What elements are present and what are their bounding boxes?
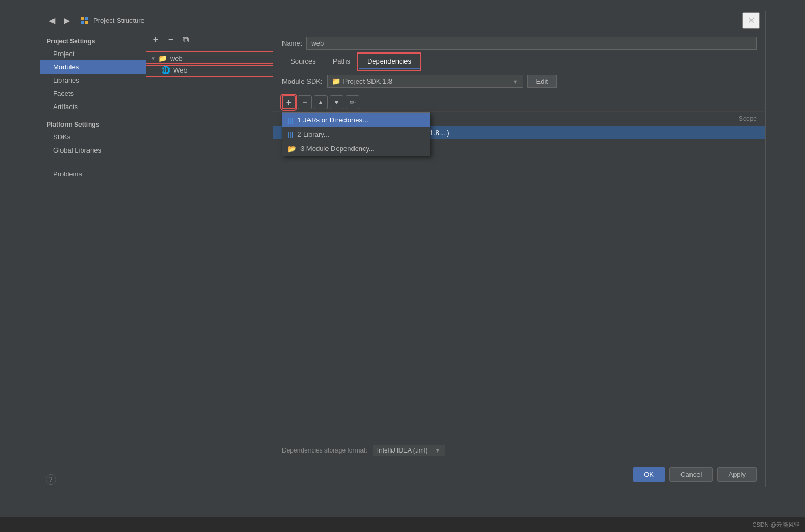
module-tree-toolbar: + − ⧉ — [146, 30, 273, 49]
project-structure-dialog: ◀ ▶ Project Structure ✕ Project Settings… — [40, 11, 766, 487]
dropdown-item-library-label: 2 Library... — [297, 130, 329, 138]
dialog-footer: OK Cancel Apply — [40, 462, 765, 487]
tree-item-web[interactable]: ▼ 📁 web — [146, 52, 273, 64]
jar-icon: ||| — [288, 116, 293, 124]
tree-item-label: web — [170, 55, 183, 63]
sidebar: Project Settings Project Modules Librari… — [40, 30, 146, 462]
bottom-section: Dependencies storage format: IntelliJ ID… — [273, 439, 765, 462]
folder-icon: 📁 — [158, 54, 167, 63]
tree-item-web-sub[interactable]: 🌐 Web — [146, 64, 273, 76]
sidebar-item-project[interactable]: Project — [40, 47, 146, 60]
deps-edit-button[interactable]: ✏ — [346, 95, 359, 109]
tab-sources[interactable]: Sources — [282, 54, 324, 69]
sdk-icon: 📁 — [332, 77, 340, 85]
name-label: Name: — [282, 39, 302, 47]
tree-content: ▼ 📁 web 🌐 Web — [146, 49, 273, 462]
tabs-row: Sources Paths Dependencies — [273, 54, 765, 69]
dropdown-item-module-dep[interactable]: 📂 3 Module Dependency... — [282, 141, 430, 156]
sidebar-item-modules[interactable]: Modules — [40, 60, 146, 74]
cancel-button[interactable]: Cancel — [669, 467, 713, 482]
library-icon: ||| — [288, 130, 293, 138]
storage-dropdown-arrow-icon: ▼ — [435, 447, 440, 454]
add-module-button[interactable]: + — [149, 33, 162, 46]
dialog-title: Project Structure — [93, 16, 742, 24]
sdk-value: Project SDK 1.8 — [343, 77, 509, 85]
tree-arrow-icon: ▼ — [151, 56, 156, 61]
title-bar: ◀ ▶ Project Structure ✕ — [40, 11, 765, 30]
taskbar-text: CSDN @云淡风轻 — [753, 521, 800, 529]
main-content: Name: Sources Paths Dependencies Module … — [273, 30, 765, 462]
sdk-label: Module SDK: — [282, 77, 323, 85]
sdk-row: Module SDK: 📁 Project SDK 1.8 ▼ Edit — [273, 69, 765, 93]
svg-rect-3 — [85, 21, 88, 24]
copy-module-button[interactable]: ⧉ — [179, 33, 192, 46]
sidebar-item-facets[interactable]: Facets — [40, 87, 146, 100]
dropdown-item-module-dep-label: 3 Module Dependency... — [300, 145, 375, 153]
sdk-dropdown[interactable]: 📁 Project SDK 1.8 ▼ — [327, 75, 523, 88]
forward-icon: ▶ — [64, 15, 70, 25]
svg-rect-2 — [81, 21, 84, 24]
dropdown-item-library[interactable]: ||| 2 Library... — [282, 127, 430, 141]
tab-dependencies[interactable]: Dependencies — [359, 54, 420, 69]
sidebar-item-sdks[interactable]: SDKs — [40, 130, 146, 144]
help-button[interactable]: ? — [46, 474, 56, 485]
sidebar-item-global-libraries[interactable]: Global Libraries — [40, 144, 146, 157]
project-settings-title: Project Settings — [40, 34, 146, 47]
storage-format-dropdown[interactable]: IntelliJ IDEA (.iml) ▼ — [373, 445, 446, 456]
module-tree: + − ⧉ ▼ 📁 web 🌐 Web — [146, 30, 273, 462]
name-row: Name: — [273, 30, 765, 54]
module-dep-icon: 📂 — [288, 145, 296, 153]
dropdown-item-jars-label: 1 JARs or Directories... — [297, 116, 368, 124]
deps-toolbar: + − ▲ ▼ ✏ — [273, 93, 765, 112]
back-icon: ◀ — [49, 15, 55, 25]
tree-subitem-label: Web — [173, 66, 188, 74]
apply-button[interactable]: Apply — [717, 467, 757, 482]
sidebar-item-problems[interactable]: Problems — [40, 167, 146, 181]
name-input[interactable] — [306, 37, 757, 50]
platform-settings-title: Platform Settings — [40, 118, 146, 130]
web-icon: 🌐 — [161, 66, 170, 74]
storage-format-value: IntelliJ IDEA (.iml) — [377, 447, 428, 454]
sidebar-divider — [40, 113, 146, 118]
svg-rect-1 — [85, 17, 88, 20]
deps-down-button[interactable]: ▼ — [330, 95, 343, 109]
back-button[interactable]: ◀ — [46, 14, 58, 27]
remove-module-button[interactable]: − — [164, 33, 177, 46]
dropdown-popup: ||| 1 JARs or Directories... ||| 2 Libra… — [282, 112, 430, 156]
dropdown-item-jars[interactable]: ||| 1 JARs or Directories... — [282, 113, 430, 127]
dialog-body: Project Settings Project Modules Librari… — [40, 30, 765, 462]
forward-button[interactable]: ▶ — [60, 14, 73, 27]
deps-remove-button[interactable]: − — [298, 95, 312, 109]
deps-list: ☰ < Module source> (Language Level: Vers… — [273, 126, 765, 439]
deps-up-button[interactable]: ▲ — [314, 95, 328, 109]
dialog-icon — [79, 16, 89, 25]
sidebar-item-libraries[interactable]: Libraries — [40, 74, 146, 87]
svg-rect-0 — [81, 17, 84, 20]
sdk-dropdown-arrow-icon: ▼ — [512, 78, 518, 85]
sidebar-divider2 — [40, 157, 146, 167]
close-button[interactable]: ✕ — [742, 12, 760, 29]
deps-column-scope: Scope — [693, 115, 757, 122]
storage-format-label: Dependencies storage format: — [282, 447, 367, 454]
taskbar: CSDN @云淡风轻 — [0, 517, 805, 532]
dependencies-area: + − ▲ ▼ ✏ ||| 1 JARs or Directories... |… — [273, 93, 765, 462]
sdk-edit-button[interactable]: Edit — [527, 75, 557, 88]
sidebar-item-artifacts[interactable]: Artifacts — [40, 100, 146, 113]
tab-paths[interactable]: Paths — [324, 54, 359, 69]
deps-add-button[interactable]: + — [282, 95, 296, 109]
ok-button[interactable]: OK — [633, 467, 665, 482]
